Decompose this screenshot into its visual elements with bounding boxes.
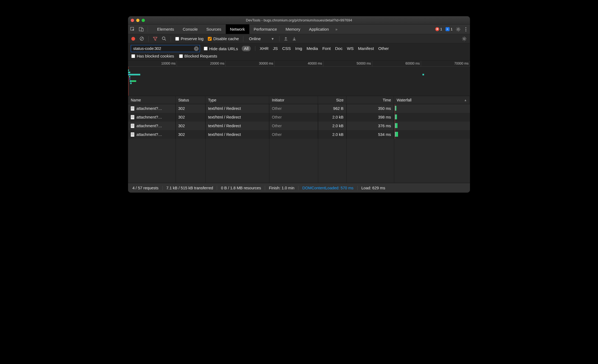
status-transferred: 7.1 kB / 515 kB transferred (163, 186, 217, 190)
more-options-icon[interactable] (464, 27, 468, 32)
timeline-tick-label: 10000 ms (161, 62, 176, 65)
cell-status: 302 (176, 113, 205, 122)
timeline-tick-label: 40000 ms (308, 62, 322, 65)
column-time[interactable]: Time (346, 96, 394, 104)
table-row[interactable]: attachment?…302text/html / RedirectOther… (128, 104, 470, 113)
window-title: DevTools - bugs.chromium.org/p/chromium/… (128, 18, 470, 22)
column-type[interactable]: Type (205, 96, 269, 104)
blocked-requests-checkbox[interactable]: Blocked Requests (179, 54, 217, 58)
cell-type: text/html / Redirect (205, 130, 269, 139)
blocked-requests-input[interactable] (179, 54, 183, 58)
filter-bar: ✕ Hide data URLs AllXHRJSCSSImgMediaFont… (128, 43, 470, 53)
file-icon (131, 115, 134, 119)
cell-type: text/html / Redirect (205, 104, 269, 113)
column-waterfall[interactable]: Waterfall ▲ (394, 96, 470, 104)
network-settings-icon[interactable] (462, 36, 467, 41)
column-name[interactable]: Name (128, 96, 176, 104)
has-blocked-cookies-input[interactable] (131, 54, 135, 58)
svg-point-13 (463, 38, 465, 40)
cell-initiator: Other (269, 130, 318, 139)
download-har-icon[interactable] (292, 37, 296, 41)
table-body: attachment?…302text/html / RedirectOther… (128, 104, 470, 183)
filter-type-xhr[interactable]: XHR (260, 46, 269, 51)
tab-application[interactable]: Application (305, 24, 333, 34)
svg-point-9 (162, 37, 165, 40)
cell-waterfall (394, 113, 470, 122)
filter-type-css[interactable]: CSS (282, 46, 291, 51)
filter-input-wrap: ✕ (131, 45, 200, 52)
search-icon[interactable] (162, 36, 166, 41)
status-load: Load: 629 ms (358, 186, 389, 190)
file-icon (131, 124, 134, 128)
panel-tabbar: ElementsConsoleSourcesNetworkPerformance… (128, 24, 470, 34)
filter-type-ws[interactable]: WS (347, 46, 354, 51)
table-row[interactable]: attachment?…302text/html / RedirectOther… (128, 113, 470, 122)
minimize-window-button[interactable] (136, 19, 139, 22)
preserve-log-checkbox[interactable]: Preserve log (175, 36, 203, 41)
filter-icon[interactable] (153, 37, 157, 41)
hide-data-urls-input[interactable] (204, 47, 208, 50)
disable-cache-input[interactable] (208, 37, 212, 41)
column-initiator[interactable]: Initiator (269, 96, 318, 104)
message-count-badge[interactable]: ≡ 1 (446, 27, 453, 31)
filter-type-font[interactable]: Font (322, 46, 331, 51)
tab-memory[interactable]: Memory (281, 24, 305, 34)
clear-icon[interactable] (139, 36, 144, 41)
tab-network[interactable]: Network (226, 24, 249, 34)
cell-type: text/html / Redirect (205, 113, 269, 122)
upload-har-icon[interactable] (284, 37, 288, 41)
filter-type-js[interactable]: JS (273, 46, 278, 51)
table-row[interactable]: attachment?…302text/html / RedirectOther… (128, 130, 470, 139)
more-tabs-icon[interactable]: » (335, 27, 338, 31)
cell-name: attachment?… (136, 132, 162, 137)
file-icon (131, 106, 134, 111)
tab-performance[interactable]: Performance (249, 24, 281, 34)
filter-type-media[interactable]: Media (307, 46, 318, 51)
timeline-overview[interactable]: 10000 ms20000 ms30000 ms40000 ms50000 ms… (128, 61, 470, 96)
close-window-button[interactable] (131, 19, 134, 22)
throttling-select[interactable]: Online (248, 36, 275, 41)
cell-waterfall (394, 104, 470, 113)
svg-line-10 (165, 39, 166, 40)
settings-icon[interactable] (456, 27, 461, 32)
tab-elements[interactable]: Elements (153, 24, 179, 34)
overview-body (128, 67, 470, 96)
column-size[interactable]: Size (318, 96, 346, 104)
cell-waterfall (394, 130, 470, 139)
status-resources: 0 B / 1.8 MB resources (217, 186, 265, 190)
filter-type-manifest[interactable]: Manifest (358, 46, 374, 51)
timeline-tick-label: 30000 ms (259, 62, 273, 65)
filter-type-img[interactable]: Img (295, 46, 302, 51)
timeline-tick-label: 20000 ms (210, 62, 224, 65)
timeline-tick-label: 60000 ms (405, 62, 420, 65)
cell-status: 302 (176, 122, 205, 130)
tab-sources[interactable]: Sources (202, 24, 226, 34)
cell-time: 376 ms (346, 122, 394, 130)
record-button[interactable] (131, 37, 135, 41)
status-requests: 4 / 57 requests (132, 186, 163, 190)
svg-point-5 (465, 29, 466, 30)
devtools-window: DevTools - bugs.chromium.org/p/chromium/… (128, 16, 470, 193)
has-blocked-cookies-checkbox[interactable]: Has blocked cookies (131, 54, 174, 58)
clear-filter-icon[interactable]: ✕ (194, 46, 199, 51)
filter-type-other[interactable]: Other (378, 46, 389, 51)
filter-type-all[interactable]: All (242, 46, 251, 51)
error-count-badge[interactable]: ✕ 1 (435, 27, 442, 31)
device-toolbar-icon[interactable] (139, 27, 144, 32)
cell-time: 534 ms (346, 130, 394, 139)
preserve-log-input[interactable] (175, 37, 179, 41)
zoom-window-button[interactable] (142, 19, 145, 22)
table-row[interactable]: attachment?…302text/html / RedirectOther… (128, 122, 470, 130)
sort-indicator-icon: ▲ (464, 98, 467, 102)
disable-cache-checkbox[interactable]: Disable cache (208, 36, 239, 41)
cell-type: text/html / Redirect (205, 122, 269, 130)
svg-point-6 (465, 30, 466, 31)
tab-console[interactable]: Console (179, 24, 202, 34)
hide-data-urls-checkbox[interactable]: Hide data URLs (204, 46, 238, 51)
error-icon: ✕ (435, 27, 439, 31)
column-status[interactable]: Status (176, 96, 205, 104)
filter-type-doc[interactable]: Doc (335, 46, 343, 51)
inspect-element-icon[interactable] (130, 27, 135, 32)
filter-input[interactable] (133, 46, 194, 51)
network-table: Name Status Type Initiator Size Time Wat… (128, 96, 470, 183)
